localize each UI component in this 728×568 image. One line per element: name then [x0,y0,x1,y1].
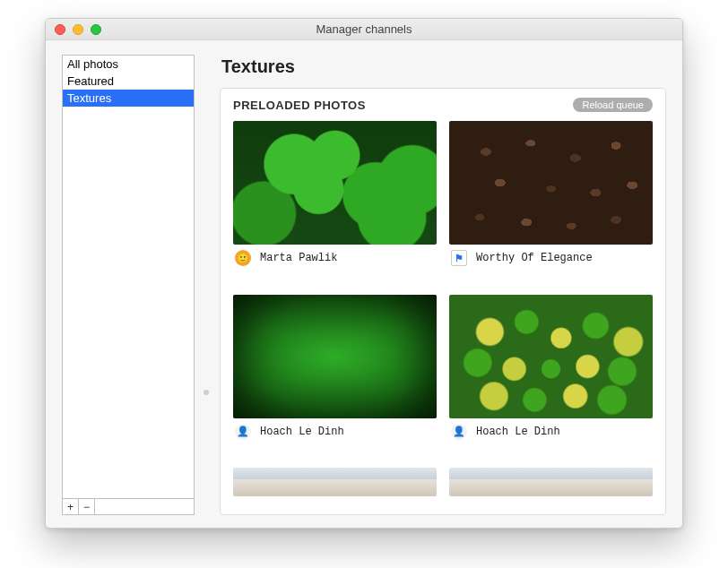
author-name: Hoach Le Dinh [260,426,344,438]
panel-head: PRELOADED PHOTOS Reload queue [233,98,653,112]
add-channel-button[interactable]: + [63,499,79,514]
sidebar-footer: + − [62,499,195,515]
sidebar-item-label: All photos [67,57,118,71]
photo-thumbnail [233,121,437,245]
minus-icon: − [83,501,90,513]
sidebar-item-textures[interactable]: Textures [63,90,194,107]
window-title: Manager channels [46,22,682,36]
photo-thumbnail [449,121,653,245]
photo-thumbnail [233,295,437,418]
sidebar-item-featured[interactable]: Featured [63,73,194,90]
content: All photos Featured Textures + − [46,40,682,528]
photo-card[interactable]: 👤 Hoach Le Dinh [449,295,653,463]
photo-card[interactable]: 👤 Hoach Le Dinh [233,295,437,463]
author-name: Hoach Le Dinh [476,426,560,438]
photo-thumbnail [449,295,653,418]
plus-icon: + [67,501,74,513]
photo-thumbnail [449,468,653,496]
photo-thumbnail [233,468,437,496]
avatar: ⚑ [451,250,467,266]
photo-grid: 🙂 Marta Pawlik ⚑ Worthy Of Elegance [233,121,653,514]
avatar: 🙂 [235,250,251,266]
photo-card[interactable]: ⚑ Worthy Of Elegance [449,121,653,289]
author-name: Marta Pawlik [260,252,337,264]
page-title: Textures [221,56,666,77]
app-window: Manager channels All photos Featured Tex… [45,18,683,529]
titlebar: Manager channels [46,19,682,40]
author-name: Worthy Of Elegance [476,252,593,264]
section-title: PRELOADED PHOTOS [233,99,366,112]
photo-author-row: 🙂 Marta Pawlik [233,245,437,271]
photo-author-row: 👤 Hoach Le Dinh [233,418,437,445]
main-pane: Textures PRELOADED PHOTOS Reload queue 🙂… [220,55,666,515]
photo-author-row: 👤 Hoach Le Dinh [449,418,653,445]
split-handle[interactable] [204,390,209,395]
avatar: 👤 [451,424,467,440]
traffic-lights [55,24,101,35]
sidebar-item-label: Featured [67,74,114,88]
remove-channel-button[interactable]: − [79,499,95,514]
sidebar-item-all-photos[interactable]: All photos [63,56,194,73]
photo-card[interactable] [233,468,437,514]
reload-queue-button[interactable]: Reload queue [573,98,653,112]
minimize-window-button[interactable] [73,24,83,35]
sidebar-footer-spacer [95,499,194,514]
zoom-window-button[interactable] [91,24,101,35]
sidebar-column: All photos Featured Textures + − [62,55,195,515]
photo-author-row: ⚑ Worthy Of Elegance [449,245,653,271]
photo-card[interactable] [449,468,653,514]
avatar: 👤 [235,424,251,440]
channel-list[interactable]: All photos Featured Textures [62,55,195,499]
sidebar-item-label: Textures [67,91,111,105]
close-window-button[interactable] [55,24,65,35]
preloaded-panel: PRELOADED PHOTOS Reload queue 🙂 Marta Pa… [220,88,666,515]
photo-card[interactable]: 🙂 Marta Pawlik [233,121,437,289]
